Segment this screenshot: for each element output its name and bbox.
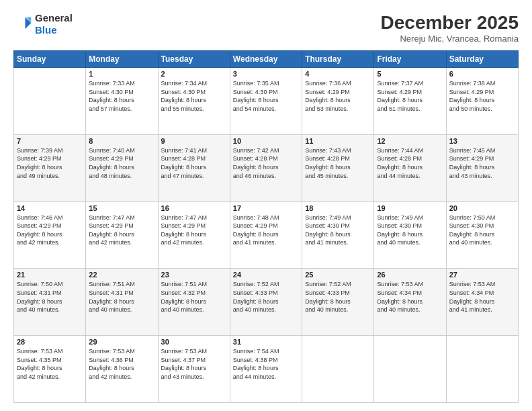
day-number: 10 (233, 137, 299, 145)
day-number: 5 (377, 70, 443, 78)
logo-blue: Blue (35, 24, 73, 36)
day-number: 12 (377, 137, 443, 145)
calendar-cell (374, 336, 446, 403)
header: General Blue December 2025 Nereju Mic, V… (13, 12, 519, 44)
day-number: 29 (89, 338, 154, 346)
calendar-cell: 5Sunrise: 7:37 AM Sunset: 4:29 PM Daylig… (374, 68, 446, 135)
calendar-cell: 16Sunrise: 7:47 AM Sunset: 4:29 PM Dayli… (158, 201, 230, 269)
logo: General Blue (13, 12, 73, 36)
day-number: 4 (305, 70, 371, 78)
day-number: 9 (161, 137, 227, 145)
calendar-cell: 13Sunrise: 7:45 AM Sunset: 4:29 PM Dayli… (446, 134, 518, 201)
calendar-cell: 31Sunrise: 7:54 AM Sunset: 4:38 PM Dayli… (230, 336, 302, 403)
day-number: 2 (161, 70, 227, 78)
calendar-cell: 15Sunrise: 7:47 AM Sunset: 4:29 PM Dayli… (86, 201, 158, 269)
day-info: Sunrise: 7:48 AM Sunset: 4:29 PM Dayligh… (233, 214, 299, 247)
day-number: 18 (305, 204, 371, 212)
calendar-cell: 4Sunrise: 7:36 AM Sunset: 4:29 PM Daylig… (302, 68, 374, 135)
day-number: 19 (377, 204, 443, 212)
calendar-week-5: 28Sunrise: 7:53 AM Sunset: 4:35 PM Dayli… (14, 336, 519, 403)
day-number: 15 (89, 204, 154, 212)
day-number: 7 (17, 137, 83, 145)
calendar-cell: 1Sunrise: 7:33 AM Sunset: 4:30 PM Daylig… (86, 68, 158, 135)
calendar-cell: 17Sunrise: 7:48 AM Sunset: 4:29 PM Dayli… (230, 201, 302, 269)
calendar-cell: 7Sunrise: 7:39 AM Sunset: 4:29 PM Daylig… (14, 134, 86, 201)
day-number: 3 (233, 70, 299, 78)
calendar-table: SundayMondayTuesdayWednesdayThursdayFrid… (13, 50, 519, 403)
day-info: Sunrise: 7:50 AM Sunset: 4:30 PM Dayligh… (449, 214, 515, 247)
day-number: 13 (449, 137, 515, 145)
day-info: Sunrise: 7:41 AM Sunset: 4:28 PM Dayligh… (161, 146, 227, 180)
day-info: Sunrise: 7:52 AM Sunset: 4:33 PM Dayligh… (305, 280, 371, 314)
title-block: December 2025 Nereju Mic, Vrancea, Roman… (381, 12, 519, 44)
calendar-cell: 12Sunrise: 7:44 AM Sunset: 4:28 PM Dayli… (374, 134, 446, 201)
calendar-cell: 30Sunrise: 7:53 AM Sunset: 4:37 PM Dayli… (158, 336, 230, 403)
subtitle: Nereju Mic, Vrancea, Romania (381, 34, 519, 44)
calendar-cell: 24Sunrise: 7:52 AM Sunset: 4:33 PM Dayli… (230, 269, 302, 336)
calendar-cell: 27Sunrise: 7:53 AM Sunset: 4:34 PM Dayli… (446, 269, 518, 336)
day-info: Sunrise: 7:49 AM Sunset: 4:30 PM Dayligh… (377, 214, 443, 247)
day-number: 17 (233, 204, 299, 212)
day-info: Sunrise: 7:47 AM Sunset: 4:29 PM Dayligh… (89, 214, 154, 247)
calendar-cell: 6Sunrise: 7:38 AM Sunset: 4:29 PM Daylig… (446, 68, 518, 135)
calendar-week-1: 1Sunrise: 7:33 AM Sunset: 4:30 PM Daylig… (14, 68, 519, 135)
calendar-cell: 28Sunrise: 7:53 AM Sunset: 4:35 PM Dayli… (14, 336, 86, 403)
calendar-cell (14, 68, 86, 135)
day-number: 20 (449, 204, 515, 212)
day-number: 23 (161, 271, 227, 279)
day-info: Sunrise: 7:44 AM Sunset: 4:28 PM Dayligh… (377, 146, 443, 180)
day-info: Sunrise: 7:52 AM Sunset: 4:33 PM Dayligh… (233, 280, 299, 314)
day-info: Sunrise: 7:35 AM Sunset: 4:30 PM Dayligh… (233, 79, 299, 113)
calendar-cell: 26Sunrise: 7:53 AM Sunset: 4:34 PM Dayli… (374, 269, 446, 336)
calendar-week-4: 21Sunrise: 7:50 AM Sunset: 4:31 PM Dayli… (14, 269, 519, 336)
day-number: 24 (233, 271, 299, 279)
calendar-cell: 11Sunrise: 7:43 AM Sunset: 4:28 PM Dayli… (302, 134, 374, 201)
day-number: 31 (233, 338, 299, 346)
calendar-cell: 3Sunrise: 7:35 AM Sunset: 4:30 PM Daylig… (230, 68, 302, 135)
calendar-cell: 14Sunrise: 7:46 AM Sunset: 4:29 PM Dayli… (14, 201, 86, 269)
day-info: Sunrise: 7:53 AM Sunset: 4:34 PM Dayligh… (449, 280, 515, 314)
calendar-cell: 21Sunrise: 7:50 AM Sunset: 4:31 PM Dayli… (14, 269, 86, 336)
calendar-header-thursday: Thursday (302, 51, 374, 68)
day-info: Sunrise: 7:43 AM Sunset: 4:28 PM Dayligh… (305, 146, 371, 180)
day-info: Sunrise: 7:51 AM Sunset: 4:31 PM Dayligh… (89, 280, 154, 314)
calendar-header-monday: Monday (86, 51, 158, 68)
day-info: Sunrise: 7:42 AM Sunset: 4:28 PM Dayligh… (233, 146, 299, 180)
calendar-cell: 10Sunrise: 7:42 AM Sunset: 4:28 PM Dayli… (230, 134, 302, 201)
day-number: 26 (377, 271, 443, 279)
day-info: Sunrise: 7:53 AM Sunset: 4:34 PM Dayligh… (377, 280, 443, 314)
calendar-header-wednesday: Wednesday (230, 51, 302, 68)
day-number: 11 (305, 137, 371, 145)
day-info: Sunrise: 7:36 AM Sunset: 4:29 PM Dayligh… (305, 79, 371, 113)
day-info: Sunrise: 7:38 AM Sunset: 4:29 PM Dayligh… (449, 79, 515, 113)
calendar-header-sunday: Sunday (14, 51, 86, 68)
calendar-cell: 23Sunrise: 7:51 AM Sunset: 4:32 PM Dayli… (158, 269, 230, 336)
logo-text: General Blue (35, 12, 73, 36)
day-info: Sunrise: 7:54 AM Sunset: 4:38 PM Dayligh… (233, 347, 299, 381)
day-number: 28 (17, 338, 83, 346)
day-number: 21 (17, 271, 83, 279)
day-info: Sunrise: 7:40 AM Sunset: 4:29 PM Dayligh… (89, 146, 154, 180)
calendar-cell: 2Sunrise: 7:34 AM Sunset: 4:30 PM Daylig… (158, 68, 230, 135)
calendar-cell: 9Sunrise: 7:41 AM Sunset: 4:28 PM Daylig… (158, 134, 230, 201)
day-info: Sunrise: 7:53 AM Sunset: 4:36 PM Dayligh… (89, 347, 154, 381)
day-number: 14 (17, 204, 83, 212)
day-number: 22 (89, 271, 154, 279)
page: General Blue December 2025 Nereju Mic, V… (0, 0, 532, 411)
calendar-header-row: SundayMondayTuesdayWednesdayThursdayFrid… (14, 51, 519, 68)
calendar-cell: 22Sunrise: 7:51 AM Sunset: 4:31 PM Dayli… (86, 269, 158, 336)
calendar-header-saturday: Saturday (446, 51, 518, 68)
calendar-week-3: 14Sunrise: 7:46 AM Sunset: 4:29 PM Dayli… (14, 201, 519, 269)
day-number: 1 (89, 70, 154, 78)
day-info: Sunrise: 7:37 AM Sunset: 4:29 PM Dayligh… (377, 79, 443, 113)
day-number: 6 (449, 70, 515, 78)
calendar-header-friday: Friday (374, 51, 446, 68)
calendar-cell (302, 336, 374, 403)
day-info: Sunrise: 7:51 AM Sunset: 4:32 PM Dayligh… (161, 280, 227, 314)
day-info: Sunrise: 7:46 AM Sunset: 4:29 PM Dayligh… (17, 214, 83, 247)
day-info: Sunrise: 7:53 AM Sunset: 4:37 PM Dayligh… (161, 347, 227, 381)
calendar-cell: 29Sunrise: 7:53 AM Sunset: 4:36 PM Dayli… (86, 336, 158, 403)
day-info: Sunrise: 7:50 AM Sunset: 4:31 PM Dayligh… (17, 280, 83, 314)
calendar-cell: 8Sunrise: 7:40 AM Sunset: 4:29 PM Daylig… (86, 134, 158, 201)
day-info: Sunrise: 7:39 AM Sunset: 4:29 PM Dayligh… (17, 146, 83, 180)
